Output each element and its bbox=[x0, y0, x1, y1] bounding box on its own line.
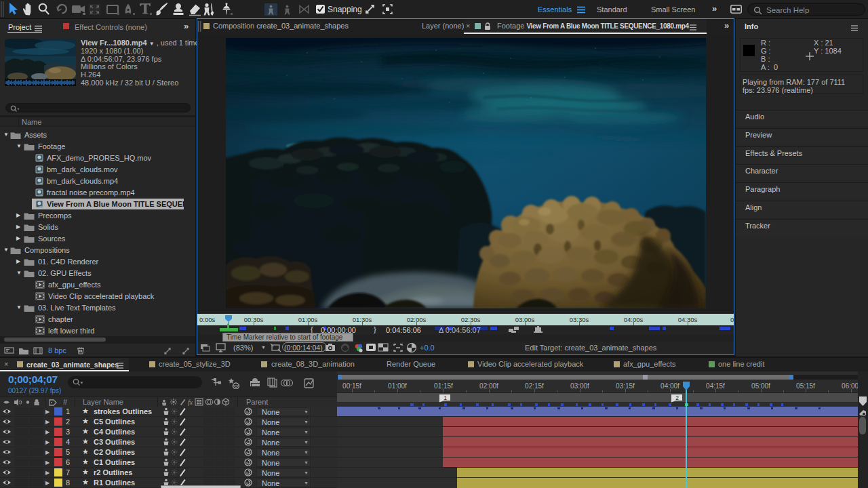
svg-text:Snapping: Snapping bbox=[328, 5, 362, 14]
svg-text:fx: fx bbox=[188, 399, 193, 406]
svg-text:1: 1 bbox=[443, 394, 447, 401]
svg-text:2: 2 bbox=[675, 394, 679, 401]
